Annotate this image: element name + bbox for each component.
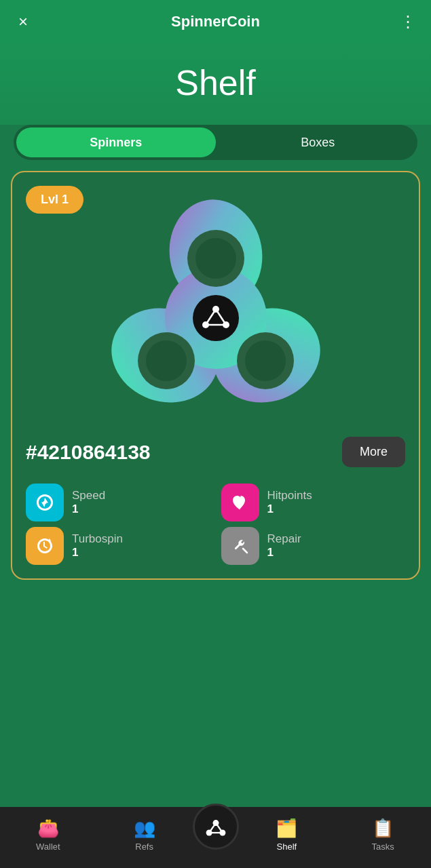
hitpoints-text: Hitpoints 1 xyxy=(267,489,312,516)
speed-text: Speed 1 xyxy=(72,489,105,516)
nav-item-tasks[interactable]: 📋 Tasks xyxy=(335,818,431,852)
turbospin-value: 1 xyxy=(72,546,123,559)
speed-label: Speed xyxy=(72,489,105,502)
turbospin-text: Turbospin 1 xyxy=(72,532,123,559)
svg-point-5 xyxy=(195,238,236,279)
nav-item-refs[interactable]: 👥 Refs xyxy=(96,818,193,852)
shelf-icon: 🗂️ xyxy=(276,818,297,839)
spinner-graphic xyxy=(26,186,405,437)
refs-icon: 👥 xyxy=(134,818,155,839)
spinner-card: Lvl 1 xyxy=(11,171,420,580)
repair-icon xyxy=(221,527,259,565)
nav-item-shelf[interactable]: 🗂️ Shelf xyxy=(239,818,335,852)
bottom-nav: 👛 Wallet 👥 Refs 🗂️ Shelf 📋 Tasks xyxy=(0,807,431,868)
svg-point-9 xyxy=(245,340,286,381)
repair-label: Repair xyxy=(267,532,301,546)
top-bar: × SpinnerCoin ⋮ xyxy=(0,0,431,43)
tab-boxes[interactable]: Boxes xyxy=(219,125,418,160)
speed-icon xyxy=(26,484,64,521)
nav-label-shelf: Shelf xyxy=(277,842,297,852)
close-icon[interactable]: × xyxy=(12,12,34,31)
wallet-icon: 👛 xyxy=(37,818,59,839)
tabs-wrapper: Spinners Boxes xyxy=(14,125,417,160)
nav-label-tasks: Tasks xyxy=(372,842,394,852)
svg-line-17 xyxy=(243,549,247,553)
svg-line-22 xyxy=(216,823,223,833)
nav-label-wallet: Wallet xyxy=(36,842,60,852)
tab-spinners[interactable]: Spinners xyxy=(16,127,216,157)
tabs-container: Spinners Boxes xyxy=(0,125,431,171)
app-title: SpinnerCoin xyxy=(171,13,260,31)
repair-text: Repair 1 xyxy=(267,532,301,559)
level-badge: Lvl 1 xyxy=(26,186,83,214)
nav-item-wallet[interactable]: 👛 Wallet xyxy=(0,818,96,852)
turbospin-icon xyxy=(26,527,64,565)
svg-point-7 xyxy=(146,340,187,381)
main-content: Lvl 1 xyxy=(0,171,431,807)
stat-repair: Repair 1 xyxy=(221,527,406,565)
stats-grid: Speed 1 Hitpoints 1 xyxy=(26,484,405,565)
spinner-id-row: #4210864138 More xyxy=(26,437,405,467)
page-title: Shelf xyxy=(0,62,431,103)
more-button[interactable]: More xyxy=(342,437,405,467)
repair-value: 1 xyxy=(267,546,301,559)
spinner-image xyxy=(100,193,331,423)
nav-label-refs: Refs xyxy=(135,842,153,852)
tasks-icon: 📋 xyxy=(372,818,394,839)
center-spinner-icon xyxy=(204,814,228,839)
hitpoints-icon xyxy=(221,484,259,521)
page-title-section: Shelf xyxy=(0,43,431,125)
speed-value: 1 xyxy=(72,502,105,516)
nav-center-button[interactable] xyxy=(193,804,239,850)
stat-turbospin: Turbospin 1 xyxy=(26,527,210,565)
hitpoints-value: 1 xyxy=(267,502,312,516)
turbospin-label: Turbospin xyxy=(72,532,123,546)
spinner-id: #4210864138 xyxy=(26,441,151,464)
svg-point-10 xyxy=(193,295,239,341)
stat-hitpoints: Hitpoints 1 xyxy=(221,484,406,521)
hitpoints-label: Hitpoints xyxy=(267,489,312,502)
svg-line-21 xyxy=(209,823,216,833)
stat-speed: Speed 1 xyxy=(26,484,210,521)
menu-icon[interactable]: ⋮ xyxy=(397,12,419,31)
